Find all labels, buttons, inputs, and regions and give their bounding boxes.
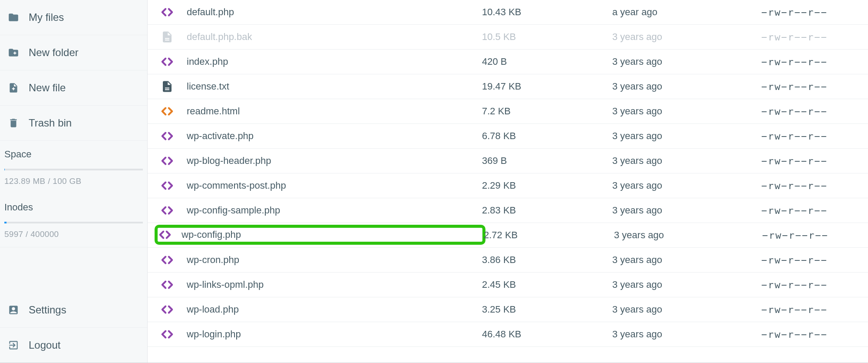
file-date: 3 years ago xyxy=(612,254,743,266)
file-row[interactable]: wp-activate.php6.78 KB3 years ago−rw−r−−… xyxy=(148,124,868,149)
file-date: 3 years ago xyxy=(612,279,743,290)
file-permissions: −rw−r−−r−− xyxy=(743,57,846,67)
sidebar: My files New folder New file Trash bin S… xyxy=(0,0,148,363)
sidebar-spacer xyxy=(0,247,147,293)
file-permissions: −rw−r−−r−− xyxy=(743,255,846,266)
file-permissions: −rw−r−−r−− xyxy=(743,205,846,216)
file-size: 2.83 KB xyxy=(482,205,612,216)
file-row[interactable]: wp-config-sample.php2.83 KB3 years ago−r… xyxy=(148,198,868,223)
code-icon xyxy=(148,130,187,143)
file-name: wp-links-opml.php xyxy=(187,279,482,290)
file-name: wp-comments-post.php xyxy=(187,180,482,191)
file-name: wp-blog-header.php xyxy=(187,155,482,167)
file-permissions: −rw−r−−r−− xyxy=(744,230,846,241)
file-permissions: −rw−r−−r−− xyxy=(743,156,846,167)
new-file-icon xyxy=(8,82,19,93)
file-size: 369 B xyxy=(482,155,612,167)
file-icon xyxy=(148,30,187,43)
file-name: wp-activate.php xyxy=(187,130,482,142)
sidebar-item-new-file[interactable]: New file xyxy=(0,70,147,106)
app-root: My files New folder New file Trash bin S… xyxy=(0,0,868,363)
file-name: wp-login.php xyxy=(187,329,482,340)
sidebar-item-label: Settings xyxy=(29,304,66,316)
file-size: 2.72 KB xyxy=(484,230,614,241)
file-date: 3 years ago xyxy=(612,329,743,340)
file-list: default.php10.43 KBa year ago−rw−r−−r−−d… xyxy=(148,0,868,363)
file-size: 7.2 KB xyxy=(482,106,612,117)
sidebar-item-my-files[interactable]: My files xyxy=(0,0,147,35)
file-size: 46.48 KB xyxy=(482,329,612,340)
file-date: 3 years ago xyxy=(612,56,743,67)
space-heading: Space xyxy=(0,141,147,163)
sidebar-item-new-folder[interactable]: New folder xyxy=(0,35,147,70)
file-name: license.txt xyxy=(187,81,482,92)
inodes-heading: Inodes xyxy=(0,194,147,216)
inodes-meter-fill xyxy=(4,222,7,223)
file-size: 10.43 KB xyxy=(482,7,612,18)
file-size: 2.45 KB xyxy=(482,279,612,290)
file-row[interactable]: default.php.bak10.5 KB3 years ago−rw−r−−… xyxy=(148,25,868,50)
code-icon xyxy=(148,204,187,217)
file-row[interactable]: wp-config.php2.72 KB3 years ago−rw−r−−r−… xyxy=(148,223,868,248)
file-name: wp-load.php xyxy=(187,304,482,315)
file-icon xyxy=(148,80,187,93)
sidebar-item-settings[interactable]: Settings xyxy=(0,293,147,328)
logout-icon xyxy=(8,340,19,351)
file-date: 3 years ago xyxy=(612,31,743,43)
code-icon xyxy=(148,278,187,291)
file-row[interactable]: readme.html7.2 KB3 years ago−rw−r−−r−− xyxy=(148,99,868,124)
file-name: default.php xyxy=(187,7,482,18)
file-size: 2.29 KB xyxy=(482,180,612,191)
file-size: 420 B xyxy=(482,56,612,67)
file-row[interactable]: wp-comments-post.php2.29 KB3 years ago−r… xyxy=(148,173,868,198)
file-name: wp-cron.php xyxy=(187,254,482,266)
code-icon xyxy=(148,105,187,118)
file-date: 3 years ago xyxy=(612,106,743,117)
file-date: 3 years ago xyxy=(612,155,743,167)
file-date: a year ago xyxy=(612,7,743,18)
folder-icon xyxy=(8,12,19,23)
file-name: wp-config-sample.php xyxy=(187,205,482,216)
file-permissions: −rw−r−−r−− xyxy=(743,81,846,92)
file-permissions: −rw−r−−r−− xyxy=(743,304,846,315)
file-row[interactable]: wp-links-opml.php2.45 KB3 years ago−rw−r… xyxy=(148,273,868,297)
code-icon xyxy=(148,253,187,266)
code-icon xyxy=(148,154,187,167)
file-size: 3.86 KB xyxy=(482,254,612,266)
new-folder-icon xyxy=(8,47,19,58)
file-name: index.php xyxy=(187,56,482,67)
sidebar-item-label: New folder xyxy=(29,47,79,59)
file-row[interactable]: index.php420 B3 years ago−rw−r−−r−− xyxy=(148,50,868,74)
file-row[interactable]: wp-login.php46.48 KB3 years ago−rw−r−−r−… xyxy=(148,322,868,347)
file-row[interactable]: default.php10.43 KBa year ago−rw−r−−r−− xyxy=(148,0,868,25)
code-icon xyxy=(148,303,187,316)
sidebar-item-label: New file xyxy=(29,82,66,94)
file-row[interactable]: wp-cron.php3.86 KB3 years ago−rw−r−−r−− xyxy=(148,248,868,273)
file-name: wp-config.php xyxy=(182,229,477,240)
file-size: 6.78 KB xyxy=(482,130,612,142)
file-size: 19.47 KB xyxy=(482,81,612,92)
file-permissions: −rw−r−−r−− xyxy=(743,7,846,18)
file-permissions: −rw−r−−r−− xyxy=(743,329,846,340)
sidebar-item-trash-bin[interactable]: Trash bin xyxy=(0,106,147,141)
file-row[interactable]: license.txt19.47 KB3 years ago−rw−r−−r−− xyxy=(148,74,868,99)
sidebar-item-logout[interactable]: Logout xyxy=(0,328,147,363)
sidebar-item-label: Trash bin xyxy=(29,117,72,129)
code-icon xyxy=(148,55,187,68)
file-row[interactable]: wp-load.php3.25 KB3 years ago−rw−r−−r−− xyxy=(148,297,868,322)
file-row[interactable]: wp-blog-header.php369 B3 years ago−rw−r−… xyxy=(148,149,868,173)
code-icon xyxy=(148,328,187,341)
code-icon xyxy=(148,6,187,19)
highlighted-file: wp-config.php xyxy=(156,226,484,243)
file-date: 3 years ago xyxy=(612,205,743,216)
file-name: readme.html xyxy=(187,106,482,117)
file-date: 3 years ago xyxy=(612,304,743,315)
file-permissions: −rw−r−−r−− xyxy=(743,280,846,290)
file-size: 10.5 KB xyxy=(482,31,612,43)
settings-icon xyxy=(8,304,19,316)
inodes-value: 5997 / 400000 xyxy=(0,225,147,247)
file-date: 3 years ago xyxy=(612,81,743,92)
file-permissions: −rw−r−−r−− xyxy=(743,32,846,43)
sidebar-item-label: Logout xyxy=(29,339,60,351)
code-icon xyxy=(158,228,172,241)
